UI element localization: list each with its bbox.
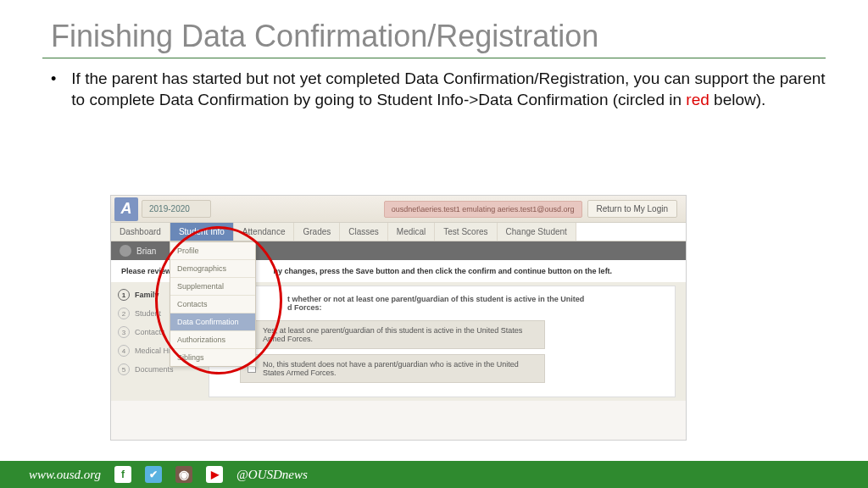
youtube-icon: ▶ — [206, 466, 223, 483]
bullet-text: If the parent has started but not yet co… — [71, 69, 829, 110]
dd-authorizations[interactable]: Authorizations — [170, 331, 255, 349]
q-pre: t whether or not at least one parent/gua… — [287, 295, 584, 303]
nav-classes[interactable]: Classes — [340, 223, 388, 241]
footer: www.ousd.org f ✔ ◉ ▶ @OUSDnews — [0, 461, 868, 488]
emulation-notice: ousdnet\aeries.test1 emulating aeries.te… — [384, 201, 582, 218]
back-icon[interactable] — [120, 245, 131, 257]
nav-change-student[interactable]: Change Student — [498, 223, 576, 241]
bullet-marker: • — [51, 70, 56, 110]
bullet: • If the parent has started but not yet … — [51, 69, 829, 110]
twitter-icon: ✔ — [145, 466, 162, 483]
question: ________________t whether or not at leas… — [220, 295, 665, 312]
year-selector[interactable]: 2019-2020 — [142, 200, 211, 218]
tab-num: 5 — [118, 363, 130, 375]
option-no[interactable]: No, this student does not have a parent/… — [240, 354, 545, 383]
student-info-dropdown: Profile Demographics Supplemental Contac… — [170, 241, 256, 367]
dd-contacts[interactable]: Contacts — [170, 296, 255, 313]
footer-url: www.ousd.org — [29, 468, 101, 482]
nav-dashboard[interactable]: Dashboard — [111, 223, 170, 241]
app-logo-icon[interactable]: A — [114, 197, 138, 221]
slide-title: Finishing Data Confirmation/Registration — [51, 19, 817, 54]
q-line2: d Forces: — [287, 303, 322, 312]
dd-siblings[interactable]: Siblings — [170, 349, 255, 366]
dd-supplemental[interactable]: Supplemental — [170, 278, 255, 296]
opt-text: Yes, at least one parent/guardian of thi… — [263, 326, 537, 343]
instr-pre: Please review t — [121, 267, 176, 275]
tab-label: Documents — [135, 365, 174, 374]
tab-label: Contacts — [135, 328, 165, 336]
main-panel: ________________t whether or not at leas… — [209, 286, 676, 397]
tab-num: 3 — [118, 326, 130, 338]
return-login-button[interactable]: Return to My Login — [587, 200, 678, 218]
tab-num: 1 — [118, 289, 130, 301]
bullet-red: red — [686, 91, 709, 108]
instagram-icon: ◉ — [175, 466, 192, 483]
title-rule — [42, 58, 826, 58]
topbar: A 2019-2020 ousdnet\aeries.test1 emulati… — [111, 196, 686, 223]
option-yes[interactable]: Yes, at least one parent/guardian of thi… — [240, 320, 545, 349]
student-name: Brian — [136, 247, 156, 256]
instr-post: ny changes, press the Save button and th… — [274, 267, 613, 275]
tab-label: Family — [135, 291, 159, 299]
bullet-post: below). — [709, 91, 766, 108]
nav-medical[interactable]: Medical — [388, 223, 435, 241]
tab-label: Student — [135, 309, 161, 318]
app-screenshot: A 2019-2020 ousdnet\aeries.test1 emulati… — [110, 195, 687, 441]
dd-data-confirmation[interactable]: Data Confirmation — [170, 313, 255, 331]
tab-num: 2 — [118, 308, 130, 319]
tab-num: 4 — [118, 345, 130, 357]
nav-grades[interactable]: Grades — [294, 223, 340, 241]
nav-test-scores[interactable]: Test Scores — [435, 223, 497, 241]
facebook-icon: f — [114, 466, 131, 483]
dd-demographics[interactable]: Demographics — [170, 260, 255, 278]
opt-text: No, this student does not have a parent/… — [263, 360, 537, 377]
nav-student-info[interactable]: Student Info — [170, 223, 234, 241]
nav-attendance[interactable]: Attendance — [234, 223, 295, 241]
main-nav: Dashboard Student Info Attendance Grades… — [111, 223, 686, 241]
dd-profile[interactable]: Profile — [170, 242, 255, 260]
footer-handle: @OUSDnews — [236, 468, 308, 482]
